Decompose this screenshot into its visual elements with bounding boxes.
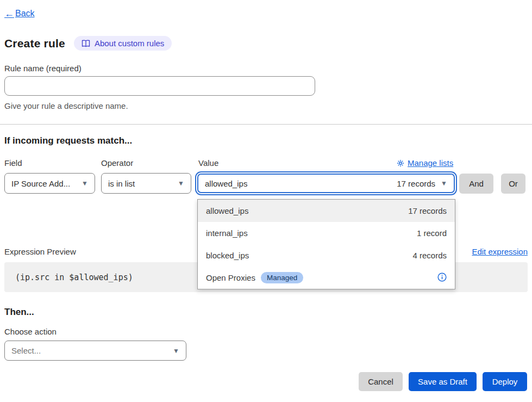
rule-name-help-text: Give your rule a descriptive name. [4,101,128,110]
operator-select[interactable]: is in list ▼ [101,173,191,194]
list-item-blocked-ips[interactable]: blocked_ips 4 records [198,244,455,267]
operator-label: Operator [101,158,133,168]
page-title: Create rule [4,37,65,50]
manage-lists-label: Manage lists [408,158,453,168]
chevron-down-icon: ▼ [178,180,184,187]
list-item-name: internal_ips [206,228,248,238]
create-rule-page: ← Back Create rule About custom rules Ru… [0,0,532,402]
gear-icon [397,159,404,167]
match-section-heading: If incoming requests match... [4,135,132,146]
cancel-button[interactable]: Cancel [359,372,403,391]
back-link[interactable]: ← Back [4,9,35,18]
rule-name-input[interactable] [4,76,315,96]
value-select-meta: 17 records [397,179,435,188]
value-select[interactable]: allowed_ips 17 records ▼ [197,174,455,193]
expression-code: (ip.src in $allowed_ips) [4,273,133,282]
action-select-placeholder: Select... [11,346,41,355]
choose-action-label: Choose action [4,327,57,336]
list-item-name: Open Proxies [206,273,255,282]
value-label: Value [198,158,218,168]
action-select[interactable]: Select... ▼ [4,341,186,361]
list-item-name: allowed_ips [206,206,248,215]
manage-lists-link[interactable]: Manage lists [397,158,456,168]
about-badge-label: About custom rules [95,39,164,48]
deploy-button[interactable]: Deploy [483,372,527,391]
section-divider [0,124,532,125]
chevron-down-icon: ▼ [82,180,88,187]
page-header: Create rule About custom rules [4,36,172,51]
managed-badge: Managed [261,272,303,283]
or-button[interactable]: Or [501,174,525,194]
list-item-name: blocked_ips [206,251,249,260]
info-icon[interactable] [437,273,447,283]
list-item-meta: 17 records [408,206,447,215]
value-select-name: allowed_ips [205,179,247,188]
value-dropdown-panel: allowed_ips 17 records internal_ips 1 re… [197,199,455,289]
list-item-allowed-ips[interactable]: allowed_ips 17 records [198,200,455,222]
and-button[interactable]: And [459,174,493,194]
chevron-down-icon: ▼ [173,347,179,355]
back-arrow-icon: ← [4,9,14,18]
expression-preview-label: Expression Preview [4,247,76,256]
save-as-draft-button[interactable]: Save as Draft [409,372,477,391]
list-item-internal-ips[interactable]: internal_ips 1 record [198,222,455,244]
field-select[interactable]: IP Source Add... ▼ [4,173,95,194]
rule-name-label: Rule name (required) [4,64,82,73]
field-select-value: IP Source Add... [11,179,70,188]
edit-expression-link[interactable]: Edit expression [472,247,528,256]
list-item-open-proxies[interactable]: Open Proxies Managed [198,267,455,289]
field-label: Field [4,158,22,168]
then-section-heading: Then... [4,307,34,318]
back-label: Back [15,9,35,18]
list-item-meta: 1 record [417,228,447,238]
chevron-down-icon: ▼ [441,180,447,187]
list-item-meta: 4 records [412,251,447,260]
operator-select-value: is in list [108,179,135,188]
about-custom-rules-link[interactable]: About custom rules [74,36,172,51]
book-icon [82,40,90,47]
